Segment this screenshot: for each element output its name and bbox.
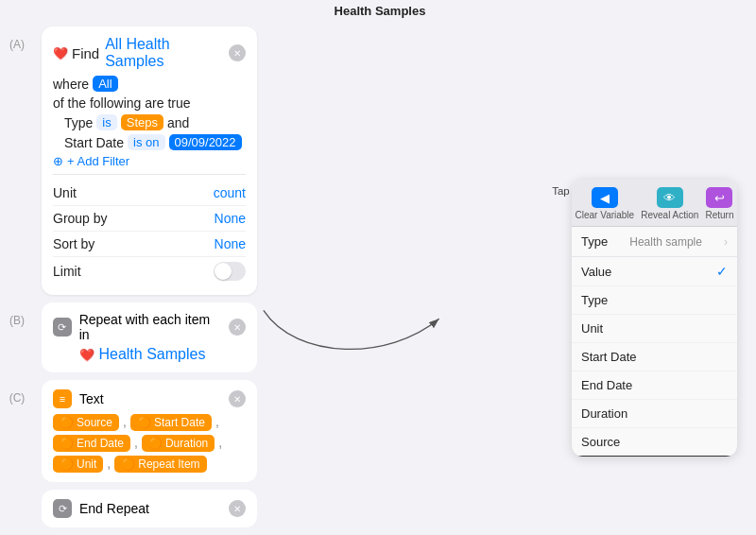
- close-repeat-button[interactable]: ✕: [229, 319, 246, 336]
- repeat-prefix: Repeat with each item in: [79, 312, 221, 342]
- panel-list-source[interactable]: Source: [572, 428, 737, 457]
- of-following-text: of the following are true: [53, 95, 191, 111]
- type-steps-badge[interactable]: Steps: [121, 114, 163, 130]
- reveal-action-icon: 👁: [657, 187, 683, 208]
- add-filter-button[interactable]: ⊕ + Add Filter: [53, 154, 246, 168]
- token-row-c: 🟠 Source , 🟠 Start Date , 🟠 End Date: [53, 414, 246, 473]
- end-repeat-block: ⟳ End Repeat ✕: [42, 490, 257, 527]
- step-end-repeat-label: [0, 486, 34, 531]
- limit-label: Limit: [53, 264, 81, 279]
- step-a-label: (A): [0, 23, 34, 299]
- start-date-value-badge[interactable]: 09/09/2022: [169, 134, 242, 150]
- find-label: Find: [72, 45, 99, 61]
- type-and-text: and: [167, 115, 189, 130]
- text-block-c: ≡ Text ✕ 🟠 Source , 🟠 Start Date: [42, 380, 257, 482]
- token-duration-icon: 🟠: [148, 437, 163, 450]
- clear-variable-icon: ◀: [592, 187, 618, 208]
- where-label: where: [53, 77, 89, 92]
- panel-list-type-label: Type: [581, 293, 608, 307]
- type-is-badge[interactable]: is: [96, 114, 116, 130]
- panel-list-start-date-label: Start Date: [581, 350, 637, 364]
- reveal-action-label: Reveal Action: [641, 210, 698, 220]
- heart-icon: ❤️: [53, 46, 66, 60]
- return-tool[interactable]: ↩ Return: [705, 187, 733, 220]
- limit-row: Limit: [53, 257, 246, 285]
- end-repeat-label: End Repeat: [79, 501, 149, 516]
- find-block: ❤️ Find All Health Samples ✕ where All o…: [42, 26, 257, 295]
- token-repeat-item[interactable]: 🟠 Repeat Item: [114, 456, 206, 473]
- panel-toolbar: ◀ Clear Variable 👁 Reveal Action ↩ Retur…: [572, 180, 737, 227]
- start-date-filter-row: Start Date is on 09/09/2022: [64, 134, 246, 150]
- close-end-repeat-button[interactable]: ✕: [229, 500, 246, 517]
- token-start-date-label: Start Date: [154, 416, 205, 429]
- text-icon-c: ≡: [53, 389, 72, 408]
- type-filter-label: Type: [64, 115, 93, 130]
- clear-variable-tool[interactable]: ◀ Clear Variable: [576, 187, 635, 220]
- panel-list-unit[interactable]: Unit: [572, 315, 737, 343]
- token-unit-label: Unit: [77, 457, 96, 471]
- panel-list-value-check: ✓: [716, 264, 728, 279]
- token-end-date-icon: 🟠: [60, 437, 74, 450]
- limit-toggle[interactable]: [214, 262, 246, 281]
- panel-list-end-date[interactable]: End Date: [572, 371, 737, 400]
- panel-list-end-date-label: End Date: [581, 378, 632, 392]
- step-d-label: (D): [0, 531, 34, 535]
- token-end-date[interactable]: 🟠 End Date: [53, 435, 130, 452]
- panel-list-duration[interactable]: Duration: [572, 400, 737, 428]
- where-row: where All of the following are true: [53, 76, 246, 111]
- add-filter-icon: ⊕: [53, 154, 63, 168]
- token-duration-label: Duration: [165, 437, 208, 450]
- panel-list-value[interactable]: Value ✓: [572, 257, 737, 286]
- token-unit[interactable]: 🟠 Unit: [53, 456, 103, 473]
- repeat-health-samples-link[interactable]: Health Samples: [98, 346, 205, 362]
- all-health-samples-link[interactable]: All Health Samples: [105, 36, 223, 70]
- right-panel: ◀ Clear Variable 👁 Reveal Action ↩ Retur…: [572, 180, 737, 457]
- repeat-block: ⟳ Repeat with each item in ✕ ❤️ Health S…: [42, 302, 257, 372]
- start-date-label: Start Date: [64, 135, 124, 150]
- panel-chevron-icon: ›: [724, 235, 728, 249]
- group-by-row: Group by None: [53, 206, 246, 232]
- step-c-label: (C): [0, 376, 34, 486]
- unit-row: Unit count: [53, 181, 246, 206]
- token-end-date-label: End Date: [77, 437, 124, 450]
- unit-value[interactable]: count: [214, 185, 246, 200]
- panel-type-label: Type: [581, 234, 608, 249]
- sort-by-label: Sort by: [53, 236, 94, 251]
- token-start-date-icon: 🟠: [137, 416, 151, 429]
- start-date-is-badge[interactable]: is on: [128, 134, 164, 150]
- clear-variable-label: Clear Variable: [576, 210, 635, 220]
- panel-list-source-label: Source: [581, 435, 620, 449]
- type-filter-row: Type is Steps and: [64, 114, 246, 130]
- unit-label: Unit: [53, 185, 77, 200]
- return-icon: ↩: [706, 187, 732, 208]
- panel-list-value-label: Value: [581, 265, 611, 279]
- sort-by-row: Sort by None: [53, 232, 246, 257]
- panel-list-duration-label: Duration: [581, 406, 627, 421]
- panel-type-row[interactable]: Type Health sample ›: [572, 227, 737, 257]
- add-filter-label: + Add Filter: [67, 154, 129, 168]
- arrow-diagram: [255, 293, 472, 378]
- panel-list-start-date[interactable]: Start Date: [572, 343, 737, 371]
- token-unit-icon: 🟠: [60, 457, 74, 471]
- token-start-date[interactable]: 🟠 Start Date: [130, 414, 212, 431]
- group-by-value[interactable]: None: [215, 211, 246, 226]
- sort-by-value[interactable]: None: [215, 236, 246, 251]
- all-badge[interactable]: All: [93, 76, 117, 92]
- return-label: Return: [705, 210, 733, 220]
- reveal-action-tool[interactable]: 👁 Reveal Action: [641, 187, 698, 220]
- close-text-c-button[interactable]: ✕: [229, 390, 246, 407]
- token-source[interactable]: 🟠 Source: [53, 414, 119, 431]
- token-source-label: Source: [77, 416, 112, 429]
- repeat-icon: ⟳: [53, 318, 72, 337]
- divider-1: [53, 174, 246, 175]
- group-by-label: Group by: [53, 211, 108, 226]
- token-repeat-item-icon: 🟠: [121, 457, 135, 471]
- step-b-label: (B): [0, 299, 34, 376]
- token-duration[interactable]: 🟠 Duration: [142, 435, 215, 452]
- end-repeat-icon: ⟳: [53, 499, 72, 518]
- close-find-button[interactable]: ✕: [229, 44, 246, 61]
- panel-list-type[interactable]: Type: [572, 286, 737, 315]
- text-label-c: Text: [79, 391, 104, 406]
- token-source-icon: 🟠: [60, 416, 74, 429]
- token-repeat-item-label: Repeat Item: [138, 457, 199, 471]
